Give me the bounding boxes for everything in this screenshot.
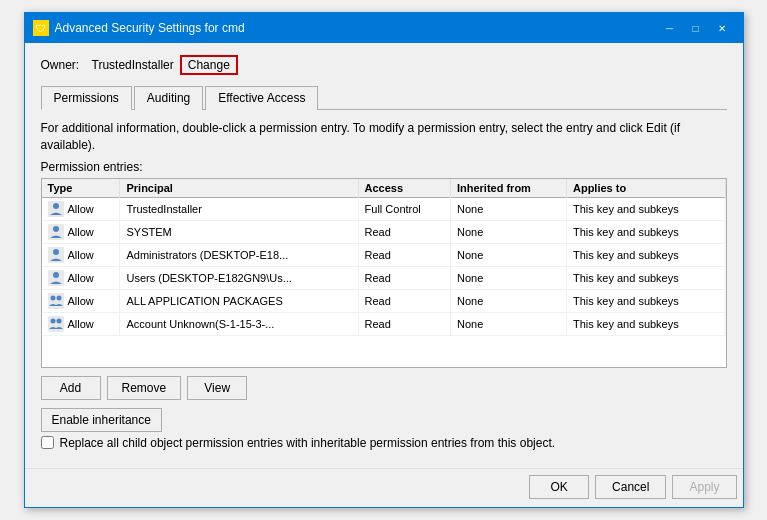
permissions-table: Type Principal Access Inherited from App…: [42, 179, 726, 336]
cell-applies-to: This key and subkeys: [566, 266, 725, 289]
table-row[interactable]: AllowUsers (DESKTOP-E182GN9\Us...ReadNon…: [42, 266, 726, 289]
svg-point-9: [50, 295, 55, 300]
cell-type: Allow: [42, 220, 120, 243]
cell-type: Allow: [42, 197, 120, 220]
main-content: Owner: TrustedInstaller Change Permissio…: [25, 43, 743, 468]
replace-checkbox[interactable]: [41, 436, 54, 449]
type-text: Allow: [68, 226, 94, 238]
user-icon: [48, 247, 64, 263]
cell-applies-to: This key and subkeys: [566, 243, 725, 266]
svg-point-3: [53, 226, 59, 232]
user-icon: [48, 270, 64, 286]
permission-entries-label: Permission entries:: [41, 160, 727, 174]
cell-access: Read: [358, 312, 450, 335]
cell-applies-to: This key and subkeys: [566, 312, 725, 335]
svg-point-5: [53, 249, 59, 255]
type-text: Allow: [68, 295, 94, 307]
action-buttons: Add Remove View: [41, 376, 727, 400]
svg-rect-11: [48, 316, 64, 332]
maximize-button[interactable]: □: [683, 19, 709, 37]
user-icon: [48, 201, 64, 217]
owner-value: TrustedInstaller: [92, 58, 174, 72]
cell-access: Read: [358, 220, 450, 243]
svg-point-7: [53, 272, 59, 278]
cell-inherited-from: None: [450, 197, 566, 220]
svg-rect-8: [48, 293, 64, 309]
tab-permissions[interactable]: Permissions: [41, 86, 132, 110]
cell-inherited-from: None: [450, 289, 566, 312]
group-icon: [48, 316, 64, 332]
svg-point-1: [53, 203, 59, 209]
cell-applies-to: This key and subkeys: [566, 197, 725, 220]
close-button[interactable]: ✕: [709, 19, 735, 37]
col-access: Access: [358, 179, 450, 198]
cell-type: Allow: [42, 289, 120, 312]
description-text: For additional information, double-click…: [41, 120, 727, 154]
cell-applies-to: This key and subkeys: [566, 289, 725, 312]
tab-effective-access[interactable]: Effective Access: [205, 86, 318, 110]
cell-principal: Users (DESKTOP-E182GN9\Us...: [120, 266, 358, 289]
col-applies: Applies to: [566, 179, 725, 198]
table-row[interactable]: AllowAdministrators (DESKTOP-E18...ReadN…: [42, 243, 726, 266]
replace-checkbox-label: Replace all child object permission entr…: [60, 436, 556, 450]
cell-inherited-from: None: [450, 312, 566, 335]
dialog-buttons: OK Cancel Apply: [25, 468, 743, 507]
cell-type: Allow: [42, 243, 120, 266]
col-inherited: Inherited from: [450, 179, 566, 198]
tab-bar: Permissions Auditing Effective Access: [41, 85, 727, 110]
ok-button[interactable]: OK: [529, 475, 589, 499]
view-button[interactable]: View: [187, 376, 247, 400]
owner-row: Owner: TrustedInstaller Change: [41, 55, 727, 75]
cell-type: Allow: [42, 266, 120, 289]
type-text: Allow: [68, 272, 94, 284]
type-text: Allow: [68, 318, 94, 330]
col-type: Type: [42, 179, 120, 198]
table-body: AllowTrustedInstallerFull ControlNoneThi…: [42, 197, 726, 335]
titlebar: 🛡 Advanced Security Settings for cmd ─ □…: [25, 13, 743, 43]
type-text: Allow: [68, 203, 94, 215]
svg-point-12: [50, 318, 55, 323]
tab-auditing[interactable]: Auditing: [134, 86, 203, 110]
cell-inherited-from: None: [450, 243, 566, 266]
remove-button[interactable]: Remove: [107, 376, 182, 400]
window-title: Advanced Security Settings for cmd: [55, 21, 657, 35]
add-button[interactable]: Add: [41, 376, 101, 400]
type-text: Allow: [68, 249, 94, 261]
cell-principal: Administrators (DESKTOP-E18...: [120, 243, 358, 266]
window-controls: ─ □ ✕: [657, 19, 735, 37]
cell-access: Full Control: [358, 197, 450, 220]
cell-inherited-from: None: [450, 266, 566, 289]
svg-point-13: [56, 318, 61, 323]
window: 🛡 Advanced Security Settings for cmd ─ □…: [24, 12, 744, 508]
cancel-button[interactable]: Cancel: [595, 475, 666, 499]
window-icon: 🛡: [33, 20, 49, 36]
enable-inheritance-button[interactable]: Enable inheritance: [41, 408, 162, 432]
table-row[interactable]: AllowAccount Unknown(S-1-15-3-...ReadNon…: [42, 312, 726, 335]
col-principal: Principal: [120, 179, 358, 198]
apply-button[interactable]: Apply: [672, 475, 736, 499]
table-row[interactable]: AllowSYSTEMReadNoneThis key and subkeys: [42, 220, 726, 243]
svg-point-10: [56, 295, 61, 300]
cell-applies-to: This key and subkeys: [566, 220, 725, 243]
table-row[interactable]: AllowTrustedInstallerFull ControlNoneThi…: [42, 197, 726, 220]
minimize-button[interactable]: ─: [657, 19, 683, 37]
replace-checkbox-row: Replace all child object permission entr…: [41, 436, 727, 450]
cell-principal: Account Unknown(S-1-15-3-...: [120, 312, 358, 335]
owner-label: Owner:: [41, 58, 86, 72]
permissions-table-container: Type Principal Access Inherited from App…: [41, 178, 727, 368]
cell-principal: SYSTEM: [120, 220, 358, 243]
cell-inherited-from: None: [450, 220, 566, 243]
table-header-row: Type Principal Access Inherited from App…: [42, 179, 726, 198]
user-icon: [48, 224, 64, 240]
cell-access: Read: [358, 289, 450, 312]
group-icon: [48, 293, 64, 309]
cell-type: Allow: [42, 312, 120, 335]
cell-access: Read: [358, 243, 450, 266]
cell-principal: TrustedInstaller: [120, 197, 358, 220]
cell-access: Read: [358, 266, 450, 289]
cell-principal: ALL APPLICATION PACKAGES: [120, 289, 358, 312]
change-owner-button[interactable]: Change: [180, 55, 238, 75]
table-row[interactable]: AllowALL APPLICATION PACKAGESReadNoneThi…: [42, 289, 726, 312]
